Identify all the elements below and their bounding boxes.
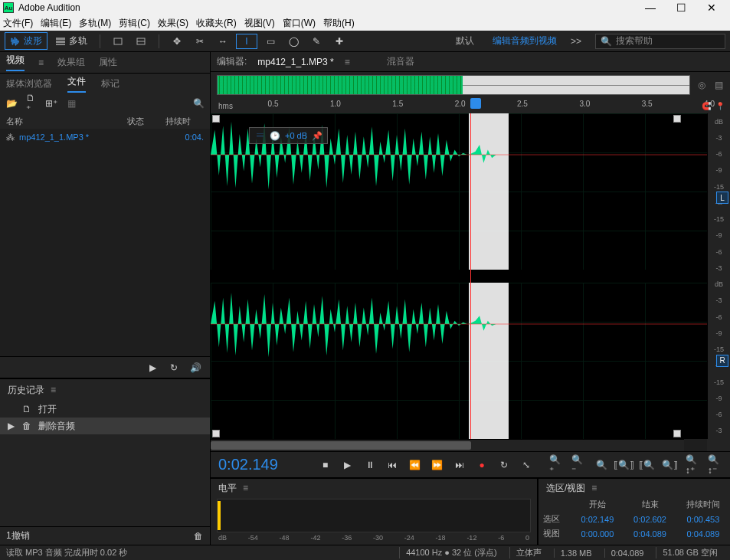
trash-icon[interactable]: 🗑 [193, 531, 204, 542]
maximize-button[interactable]: ☐ [666, 2, 696, 14]
hud-gain[interactable]: +0 dB [285, 131, 307, 140]
play-button[interactable]: ▶ [340, 457, 355, 473]
menu-clip[interactable]: 剪辑(C) [119, 17, 150, 30]
time-display[interactable]: 0:02.149 [218, 456, 303, 473]
view-dur[interactable]: 0:04.089 [676, 526, 730, 541]
playhead-handle[interactable] [470, 98, 481, 109]
menu-window[interactable]: 窗口(W) [283, 17, 316, 30]
play-preview-icon[interactable]: ▶ [147, 362, 158, 373]
zoom-in-amp-button[interactable]: 🔍↕⁺ [686, 457, 700, 473]
panel-menu-icon[interactable]: ≡ [51, 385, 56, 395]
col-status[interactable]: 状态 [127, 116, 165, 127]
horizontal-scrollbar[interactable] [211, 439, 684, 451]
menu-file[interactable]: 文件(F) [3, 17, 33, 30]
file-row[interactable]: ⁂ mp412_1_1.MP3 * 0:04. [0, 129, 210, 146]
editor-filename[interactable]: mp412_1_1.MP3 * [257, 57, 333, 67]
waveform-left-channel[interactable]: 𝄘 🕑 +0 dB 📌 [211, 113, 707, 270]
tool-heal[interactable]: ✚ [329, 34, 349, 48]
menu-help[interactable]: 帮助(H) [323, 17, 355, 30]
history-item-delete[interactable]: ▶ 🗑 删除音频 [0, 418, 210, 434]
tab-mixer[interactable]: 混音器 [387, 55, 414, 68]
sel-end[interactable]: 0:02.602 [624, 512, 676, 526]
rewind-button[interactable]: ⏪ [408, 457, 422, 473]
insert-into-multitrack-icon[interactable]: ▦ [66, 98, 77, 109]
zoom-in-point-button[interactable]: ⟦🔍 [640, 457, 655, 473]
workspace-default[interactable]: 默认 [456, 34, 474, 47]
col-name[interactable]: 名称 [6, 116, 127, 127]
tool-razor[interactable]: ✂ [190, 34, 210, 48]
stop-button[interactable]: ■ [318, 457, 332, 473]
level-meter[interactable] [217, 499, 531, 532]
tab-effects-rack[interactable]: 效果组 [57, 56, 85, 69]
view-end[interactable]: 0:04.089 [624, 526, 676, 541]
minimize-button[interactable]: — [635, 2, 666, 14]
menu-multitrack[interactable]: 多轨(M) [79, 17, 111, 30]
tab-markers[interactable]: 标记 [101, 77, 119, 90]
editor-tab-menu-icon[interactable]: ≡ [345, 57, 350, 67]
go-to-start-button[interactable]: ⏮ [385, 457, 400, 473]
overview-waveform[interactable] [217, 75, 690, 95]
zoom-navigator-icon[interactable]: ◎ [696, 80, 707, 90]
close-button[interactable]: ✕ [696, 2, 727, 14]
pin-hud-icon[interactable]: 📌 [312, 130, 322, 141]
loop-preview-icon[interactable]: ↻ [169, 362, 179, 373]
tab-properties[interactable]: 属性 [99, 56, 117, 69]
workspace-more[interactable]: >> [571, 36, 581, 47]
panel-menu-icon[interactable]: ≡ [243, 483, 248, 493]
zoom-selection-button[interactable]: ⟦🔍⟧ [617, 457, 632, 473]
zoom-full-button[interactable]: 🔍 [594, 457, 608, 473]
tab-menu-icon[interactable]: ≡ [38, 57, 44, 68]
zoom-in-time-button[interactable]: 🔍⁺ [549, 457, 564, 473]
go-to-end-button[interactable]: ⏭ [452, 457, 466, 473]
workspace-edit-audio-video[interactable]: 编辑音频到视频 [493, 34, 557, 47]
multitrack-view-button[interactable]: 多轨 [51, 33, 92, 49]
col-duration[interactable]: 持续时 [165, 116, 204, 127]
view-options-icon[interactable]: ▤ [713, 80, 724, 90]
panel-menu-icon[interactable]: ≡ [591, 483, 597, 493]
view-start[interactable]: 0:00.000 [571, 526, 624, 541]
hud-overlay[interactable]: 𝄘 🕑 +0 dB 📌 [249, 127, 328, 144]
tool-move[interactable]: ✥ [167, 34, 187, 48]
autoplay-icon[interactable]: 🔊 [190, 362, 201, 373]
loop-button[interactable]: ↻ [497, 457, 512, 473]
ruler-tick: 2.0 [455, 100, 466, 108]
sel-dur[interactable]: 0:00.453 [676, 512, 730, 526]
menu-effects[interactable]: 效果(S) [158, 17, 188, 30]
open-file-icon[interactable]: 📂 [6, 98, 17, 109]
pin-icon[interactable]: 📍 [715, 100, 725, 111]
time-ruler[interactable]: hms 0.5 1.0 1.5 2.0 2.5 3.0 3.5 4.0 🧲 📍 [211, 98, 730, 113]
menu-edit[interactable]: 编辑(E) [41, 17, 71, 30]
tab-media-browser[interactable]: 媒体浏览器 [6, 77, 52, 90]
help-search[interactable]: 🔍 搜索帮助 [595, 34, 725, 49]
snap-icon[interactable]: 🧲 [701, 100, 712, 111]
zoom-out-amp-button[interactable]: 🔍↕⁻ [708, 457, 722, 473]
menu-view[interactable]: 视图(V) [244, 17, 275, 30]
sel-start[interactable]: 0:02.149 [571, 512, 624, 526]
new-file-icon[interactable]: 🗋⁺ [26, 98, 37, 109]
skip-selection-button[interactable]: ⤡ [519, 457, 534, 473]
zoom-out-point-button[interactable]: 🔍⟧ [663, 457, 678, 473]
tab-video[interactable]: 视频 [6, 54, 25, 71]
scroll-thumb[interactable] [211, 441, 471, 450]
channel-label-left[interactable]: L [716, 192, 728, 204]
waveform-view-button[interactable]: 波形 [5, 32, 47, 50]
forward-button[interactable]: ⏩ [430, 457, 444, 473]
menu-favorites[interactable]: 收藏夹(R) [196, 17, 237, 30]
tool-marquee[interactable]: ▭ [260, 34, 280, 48]
zoom-out-time-button[interactable]: 🔍⁻ [571, 457, 586, 473]
waveform-editor[interactable]: 𝄘 🕑 +0 dB 📌 [211, 113, 730, 439]
tool-time-select[interactable]: I [236, 34, 257, 49]
history-item-open[interactable]: 🗋 打开 [0, 401, 210, 418]
pause-button[interactable]: ⏸ [362, 457, 377, 473]
tab-files[interactable]: 文件 [67, 75, 86, 93]
waveform-right-channel[interactable] [211, 283, 707, 439]
tool-pitch-button[interactable] [131, 34, 151, 48]
tool-brush[interactable]: ✎ [306, 34, 326, 48]
record-button[interactable]: ● [474, 457, 489, 473]
channel-label-right[interactable]: R [716, 355, 728, 367]
search-files-icon[interactable]: 🔍 [193, 98, 204, 109]
tool-spectral-button[interactable] [108, 34, 128, 48]
tool-slip[interactable]: ↔ [213, 34, 233, 48]
tool-lasso[interactable]: ◯ [283, 34, 303, 48]
new-multitrack-icon[interactable]: ⊞⁺ [46, 98, 57, 109]
